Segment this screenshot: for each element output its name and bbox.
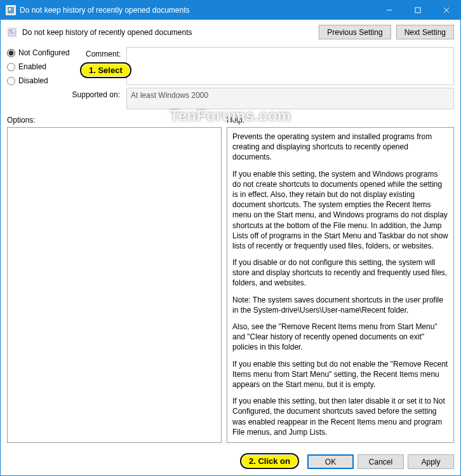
annotation-click: 2. Click on [240, 453, 299, 469]
radio-enabled[interactable]: Enabled [7, 62, 83, 71]
help-paragraph: Also, see the "Remove Recent Items menu … [232, 322, 448, 353]
footer-buttons: 2. Click on OK Cancel Apply [1, 449, 460, 475]
radio-label: Enabled [18, 62, 46, 71]
maximize-button[interactable] [403, 1, 432, 20]
options-box[interactable] [7, 127, 222, 443]
help-paragraph: If you enable this setting, but then lat… [232, 396, 448, 437]
comment-textarea[interactable] [126, 47, 454, 85]
ok-button[interactable]: OK [307, 454, 354, 469]
help-paragraph: Note: The system saves document shortcut… [232, 295, 448, 315]
svg-rect-1 [9, 8, 11, 10]
radio-disabled-input[interactable] [7, 77, 15, 85]
svg-rect-9 [10, 33, 15, 34]
help-column: Help: Prevents the operating system and … [227, 116, 454, 443]
apply-button[interactable]: Apply [408, 454, 454, 469]
previous-setting-button[interactable]: Previous Setting [319, 25, 391, 39]
help-label: Help: [227, 116, 454, 125]
policy-icon [7, 27, 17, 37]
cancel-button[interactable]: Cancel [357, 454, 404, 469]
radio-label: Not Configured [18, 48, 70, 57]
dialog-window: Do not keep history of recently opened d… [0, 0, 461, 476]
svg-rect-7 [10, 30, 12, 31]
close-button[interactable] [432, 1, 460, 20]
help-paragraph: If you enable this setting, the system a… [232, 169, 448, 252]
help-box[interactable]: Prevents the operating system and instal… [227, 127, 454, 443]
content-sections: Options: Help: Prevents the operating sy… [1, 109, 460, 449]
minimize-button[interactable] [375, 1, 403, 20]
titlebar: Do not keep history of recently opened d… [1, 1, 460, 20]
supported-label: Supported on: [7, 85, 124, 109]
annotation-select: 1. Select [80, 62, 131, 78]
state-radios: Not Configured Enabled Disabled [7, 47, 83, 85]
config-grid: Not Configured Enabled Disabled Comment:… [1, 44, 460, 109]
help-paragraph: If you enable this setting but do not en… [232, 359, 448, 390]
radio-enabled-input[interactable] [7, 63, 15, 71]
policy-name: Do not keep history of recently opened d… [22, 28, 192, 37]
next-setting-button[interactable]: Next Setting [396, 25, 454, 39]
supported-on-box: At least Windows 2000 [126, 88, 454, 109]
radio-not-configured-input[interactable] [7, 49, 15, 57]
help-paragraph: If you disable or do not configure this … [232, 257, 448, 289]
options-label: Options: [7, 116, 222, 125]
help-paragraph: Prevents the operating system and instal… [232, 132, 448, 163]
radio-disabled[interactable]: Disabled [7, 76, 83, 85]
svg-rect-8 [10, 32, 15, 32]
svg-rect-3 [415, 8, 420, 13]
radio-label: Disabled [18, 76, 48, 85]
titlebar-icon [6, 5, 16, 15]
titlebar-title: Do not keep history of recently opened d… [20, 6, 375, 15]
options-column: Options: [7, 116, 222, 443]
header-row: Do not keep history of recently opened d… [1, 20, 460, 44]
radio-not-configured[interactable]: Not Configured [7, 48, 83, 57]
